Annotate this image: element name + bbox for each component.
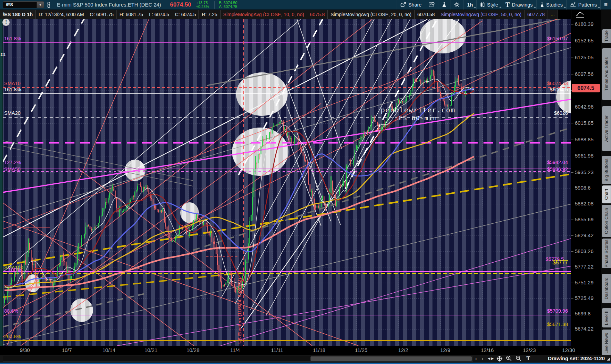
time-tick-12/30: 12/30 bbox=[562, 347, 575, 353]
scrollbar-thumb[interactable] bbox=[310, 356, 472, 361]
time-tick-12/23: 12/23 bbox=[523, 347, 536, 353]
time-tick-11/18: 11/18 bbox=[313, 347, 325, 353]
symbol-timeframe-chip[interactable]: /ES 180 D 1h bbox=[0, 10, 36, 19]
text-note-icon[interactable]: T bbox=[525, 355, 532, 362]
axis-settings-box[interactable] bbox=[571, 10, 601, 19]
study-chips: SimpleMovingAvg (CLOSE, 10, 0, no)6075.8… bbox=[221, 10, 548, 19]
study-value-0: 6075.8 bbox=[307, 10, 328, 19]
time-tick-11/11: 11/11 bbox=[271, 347, 283, 353]
svg-text:161.8%: 161.8% bbox=[4, 36, 21, 41]
share-button[interactable]: Share bbox=[397, 0, 425, 10]
tab-big-buttons[interactable]: Big Buttons bbox=[602, 156, 611, 184]
patterns-menu[interactable]: Patterns bbox=[566, 0, 600, 10]
toolbar-menus: Share 1h Sty bbox=[397, 0, 611, 10]
ohlc-field-2: H: 6081.75 bbox=[116, 10, 146, 19]
symbol-dropdown-icon[interactable]: ▼ bbox=[37, 2, 44, 8]
time-axis[interactable]: 9/3010/710/1410/2110/2811/411/1111/1811/… bbox=[3, 346, 571, 355]
bid-value: B: 6074.50 bbox=[219, 1, 237, 5]
ohlc-field-0: D: 12/13/24, 6:00 AM bbox=[35, 10, 87, 19]
bid-ask-block: B: 6074.50 A: 6074.75 bbox=[214, 1, 237, 9]
zoom-out-icon[interactable] bbox=[515, 355, 522, 362]
study-value-2: 6077.78 bbox=[524, 10, 548, 19]
resize-corner-handle[interactable] bbox=[607, 357, 610, 361]
style-menu[interactable]: Style bbox=[476, 0, 501, 10]
share-label: Share bbox=[408, 2, 422, 8]
time-tick-10/21: 10/21 bbox=[144, 347, 157, 353]
tab-phase-scores[interactable]: Phase Scores bbox=[602, 239, 611, 268]
grid bbox=[3, 19, 571, 346]
timeframe-label: 1h bbox=[467, 2, 473, 8]
time-tick-10/7: 10/7 bbox=[62, 347, 72, 353]
study-value-1: 6070.58 bbox=[414, 10, 438, 19]
scrollbar-grip bbox=[390, 357, 393, 360]
svg-text:161.8%: 161.8% bbox=[4, 87, 21, 92]
instrument-title: E-mini S&P 500 Index Futures,ETH (DEC 24… bbox=[57, 2, 161, 8]
news-events-button[interactable] bbox=[425, 0, 438, 10]
right-sidebar-tabs: TradeTimes And SalesActive TraderBig But… bbox=[601, 10, 611, 364]
time-tick-10/28: 10/28 bbox=[186, 347, 200, 353]
chart-scrollbar[interactable] bbox=[3, 356, 473, 362]
ohlc-field-1: O: 6081.75 bbox=[87, 10, 117, 19]
pan-right-button[interactable]: › bbox=[482, 356, 483, 361]
watermark-line2: ES 60-min bbox=[399, 114, 437, 122]
auto-scale-icon[interactable]: ◄► bbox=[487, 355, 494, 362]
svg-text:$6150.07: $6150.07 bbox=[547, 36, 568, 41]
link-icon[interactable] bbox=[44, 0, 53, 9]
study-label-1[interactable]: SimpleMovingAvg (CLOSE, 20, 0, no) bbox=[327, 10, 415, 19]
tab-times-and-sales[interactable]: Times And Sales bbox=[602, 48, 611, 100]
change-value: +13.75 bbox=[196, 1, 209, 5]
price-axis[interactable]: 6180.396152.656125.056097.566070.26042.9… bbox=[571, 19, 601, 346]
tab-level-ii[interactable]: Level II bbox=[602, 308, 611, 327]
study-label-0[interactable]: SimpleMovingAvg (CLOSE, 10, 0, no) bbox=[220, 10, 307, 19]
trendlines bbox=[3, 19, 571, 346]
svg-text:SMA50: SMA50 bbox=[4, 166, 21, 172]
tab-chart[interactable]: Chart bbox=[602, 185, 611, 203]
ohlc-field-4: C: 6074.5 bbox=[172, 10, 199, 19]
tab-option-chain[interactable]: Option Chain bbox=[602, 205, 611, 237]
change-percent: +0.23% bbox=[196, 5, 209, 9]
timeframe-menu[interactable]: 1h bbox=[463, 0, 476, 10]
ask-value: A: 6074.75 bbox=[219, 5, 237, 9]
svg-text:$5777: $5777 bbox=[553, 260, 568, 265]
time-tick-10/14: 10/14 bbox=[102, 347, 115, 353]
horizontal-levels bbox=[3, 43, 571, 341]
symbol-input[interactable]: /ES ▼ bbox=[3, 1, 44, 8]
svg-text:$5671.38: $5671.38 bbox=[547, 322, 568, 327]
tab-trade[interactable]: Trade bbox=[602, 29, 611, 43]
svg-text:$5942.04: $5942.04 bbox=[547, 160, 568, 165]
tab-dashboard[interactable]: Dashboard bbox=[602, 274, 611, 303]
x-axis-corner bbox=[0, 346, 3, 355]
zoom-in-icon[interactable] bbox=[505, 355, 513, 362]
svg-text:$6074.53: $6074.53 bbox=[547, 81, 568, 86]
settings-gear-icon[interactable] bbox=[450, 0, 463, 10]
pan-left-button[interactable]: ‹ bbox=[475, 356, 477, 361]
chart-canvas[interactable]: 161.8%$6150.07SMA10$6074.53161.8%$6064.5… bbox=[3, 19, 571, 346]
drawing-set-label: Drawing set: 2024-1120 bbox=[548, 355, 605, 361]
analyze-flask-icon[interactable] bbox=[438, 0, 450, 10]
svg-text:100%: 100% bbox=[8, 267, 21, 273]
more-studies-ellipsis[interactable]: ... bbox=[548, 10, 558, 19]
election-vline-label: US Election (11/5/24, 9:00 AM) bbox=[237, 278, 242, 344]
tab-live-news[interactable]: Live News bbox=[602, 330, 611, 357]
thinkorswim-chart-window: /ES ▼ E-mini S&P 500 Index Futures,ETH (… bbox=[0, 0, 611, 364]
last-price-badge: 6074.5 bbox=[572, 84, 600, 92]
chart-status-bar: ◂ ‹ › ◄► T Drawing set: 2024-1120 bbox=[0, 355, 611, 363]
study-label-2[interactable]: SimpleMovingAvg (CLOSE, 50, 0, no) bbox=[438, 10, 525, 19]
alert-exclamation-icon[interactable]: ! bbox=[2, 19, 10, 26]
svg-text:88.6%: 88.6% bbox=[4, 308, 18, 314]
drawings-label: Drawings bbox=[512, 2, 532, 8]
ohlc-field-3: L: 6074.5 bbox=[146, 10, 172, 19]
crosshair-globe-icon[interactable] bbox=[496, 355, 503, 362]
top-toolbar: /ES ▼ E-mini S&P 500 Index Futures,ETH (… bbox=[0, 0, 611, 10]
tab-active-trader[interactable]: Active Trader bbox=[602, 106, 611, 151]
watermark-line1: pebblewriter.com bbox=[381, 106, 456, 114]
toolbar-list-menu-icon[interactable]: ≡ bbox=[600, 0, 611, 10]
left-watermark-fragment: m bbox=[0, 51, 6, 57]
time-tick-12/9: 12/9 bbox=[440, 347, 450, 353]
svg-text:$5936.92: $5936.92 bbox=[547, 166, 568, 172]
time-tick-9/30: 9/30 bbox=[20, 347, 30, 353]
drawings-menu[interactable]: T Drawings bbox=[502, 0, 536, 10]
last-price: 6074.50 bbox=[170, 1, 191, 8]
studies-menu[interactable]: Studies bbox=[536, 0, 566, 10]
svg-text:$6026: $6026 bbox=[554, 110, 568, 116]
